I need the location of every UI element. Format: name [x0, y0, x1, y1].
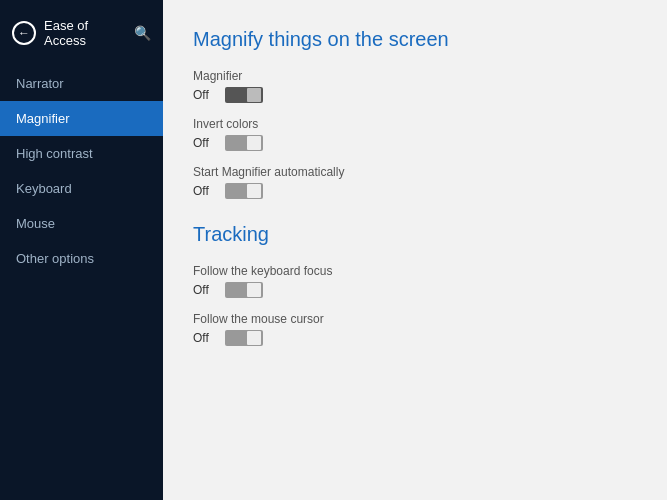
keyboard-focus-toggle[interactable] [225, 282, 263, 298]
mouse-cursor-toggle[interactable] [225, 330, 263, 346]
sidebar-item-other-options[interactable]: Other options [0, 241, 163, 276]
search-icon[interactable]: 🔍 [134, 25, 151, 41]
magnifier-settings-group: Magnifier Off Invert colors Off Start Ma… [193, 69, 637, 199]
invert-colors-toggle-thumb [247, 136, 261, 150]
mouse-cursor-setting: Follow the mouse cursor Off [193, 312, 637, 346]
sidebar-item-mouse[interactable]: Mouse [0, 206, 163, 241]
auto-start-label: Start Magnifier automatically [193, 165, 637, 179]
sidebar-item-magnifier[interactable]: Magnifier [0, 101, 163, 136]
keyboard-focus-label: Follow the keyboard focus [193, 264, 637, 278]
invert-colors-row: Off [193, 135, 637, 151]
sidebar-navigation: Narrator Magnifier High contrast Keyboar… [0, 66, 163, 276]
magnifier-row: Off [193, 87, 637, 103]
sidebar-item-high-contrast[interactable]: High contrast [0, 136, 163, 171]
magnifier-label: Magnifier [193, 69, 637, 83]
invert-colors-value: Off [193, 136, 215, 150]
mouse-cursor-row: Off [193, 330, 637, 346]
magnifier-toggle-thumb [247, 88, 261, 102]
invert-colors-label: Invert colors [193, 117, 637, 131]
tracking-settings-group: Follow the keyboard focus Off Follow the… [193, 264, 637, 346]
tracking-section-title: Tracking [193, 223, 637, 246]
keyboard-focus-value: Off [193, 283, 215, 297]
mouse-cursor-value: Off [193, 331, 215, 345]
main-content: Magnify things on the screen Magnifier O… [163, 0, 667, 500]
sidebar: ← Ease of Access 🔍 Narrator Magnifier Hi… [0, 0, 163, 500]
auto-start-value: Off [193, 184, 215, 198]
back-button[interactable]: ← [12, 21, 36, 45]
keyboard-focus-row: Off [193, 282, 637, 298]
mouse-cursor-toggle-thumb [247, 331, 261, 345]
auto-start-toggle[interactable] [225, 183, 263, 199]
sidebar-title: Ease of Access [44, 18, 126, 48]
magnifier-value: Off [193, 88, 215, 102]
magnifier-toggle[interactable] [225, 87, 263, 103]
magnifier-setting: Magnifier Off [193, 69, 637, 103]
keyboard-focus-toggle-thumb [247, 283, 261, 297]
sidebar-header: ← Ease of Access 🔍 [0, 0, 163, 66]
auto-start-row: Off [193, 183, 637, 199]
invert-colors-toggle[interactable] [225, 135, 263, 151]
auto-start-setting: Start Magnifier automatically Off [193, 165, 637, 199]
page-title: Magnify things on the screen [193, 28, 637, 51]
keyboard-focus-setting: Follow the keyboard focus Off [193, 264, 637, 298]
invert-colors-setting: Invert colors Off [193, 117, 637, 151]
sidebar-item-narrator[interactable]: Narrator [0, 66, 163, 101]
mouse-cursor-label: Follow the mouse cursor [193, 312, 637, 326]
auto-start-toggle-thumb [247, 184, 261, 198]
sidebar-item-keyboard[interactable]: Keyboard [0, 171, 163, 206]
